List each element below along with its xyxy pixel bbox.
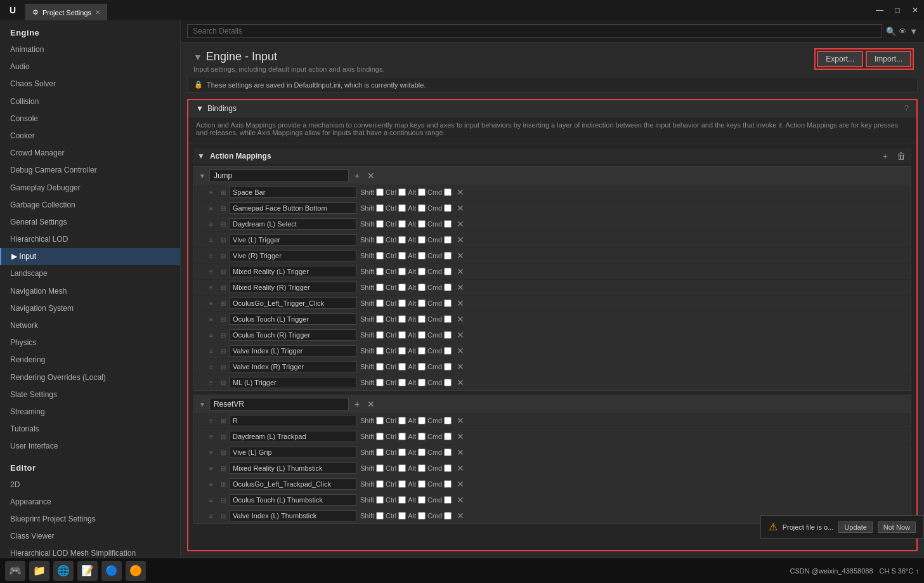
delete-row-button[interactable]: ✕ — [455, 298, 465, 308]
shift-checkbox[interactable] — [376, 331, 384, 339]
drag-handle[interactable]: ≡ — [209, 433, 217, 440]
ctrl-checkbox[interactable] — [398, 496, 406, 504]
cmd-checkbox[interactable] — [444, 433, 452, 440]
cmd-checkbox[interactable] — [444, 299, 452, 307]
ctrl-checkbox[interactable] — [398, 379, 406, 386]
key-select-oculus-l-trigger[interactable]: Oculus Touch (L) Trigger — [230, 313, 356, 325]
delete-resetvr-group-button[interactable]: ✕ — [365, 399, 377, 409]
key-select-oculusgo-trigger[interactable]: OculusGo_Left_Trigger_Click — [230, 298, 356, 309]
drag-handle[interactable]: ≡ — [209, 379, 217, 386]
shift-checkbox[interactable] — [376, 496, 384, 504]
shift-checkbox[interactable] — [376, 480, 384, 488]
taskbar-icon-app1[interactable]: 📝 — [77, 561, 98, 581]
drag-handle[interactable]: ≡ — [209, 252, 217, 259]
project-settings-tab[interactable]: ⚙ Project Settings ✕ — [25, 4, 107, 20]
taskbar-icon-file[interactable]: 📁 — [29, 561, 49, 581]
alt-checkbox[interactable] — [418, 315, 426, 323]
alt-checkbox[interactable] — [418, 363, 426, 370]
cmd-checkbox[interactable] — [444, 464, 452, 472]
delete-row-button[interactable]: ✕ — [455, 203, 465, 213]
cmd-checkbox[interactable] — [444, 188, 452, 196]
ctrl-checkbox[interactable] — [398, 449, 406, 456]
ctrl-checkbox[interactable] — [398, 204, 406, 212]
key-select-mr-thumbstick[interactable]: Mixed Reality (L) Thumbstick — [230, 462, 356, 474]
sidebar-item-gameplay-debugger[interactable]: Gameplay Debugger — [0, 180, 180, 197]
ctrl-checkbox[interactable] — [398, 363, 406, 370]
cmd-checkbox[interactable] — [444, 379, 452, 386]
delete-row-button[interactable]: ✕ — [455, 511, 465, 521]
sidebar-item-tutorials[interactable]: Tutorials — [0, 421, 180, 438]
alt-checkbox[interactable] — [418, 299, 426, 307]
delete-action-mapping-button[interactable]: 🗑 — [895, 151, 908, 161]
delete-row-button[interactable]: ✕ — [455, 346, 465, 356]
key-select-daydream-trackpad[interactable]: Daydream (L) Trackpad — [230, 431, 356, 442]
shift-checkbox[interactable] — [376, 252, 384, 259]
sidebar-item-audio[interactable]: Audio — [0, 58, 180, 75]
sidebar-item-hierarchical-lod[interactable]: Hierarchical LOD — [0, 231, 180, 248]
add-resetvr-row-button[interactable]: + — [353, 399, 361, 409]
delete-row-button[interactable]: ✕ — [455, 447, 465, 457]
ctrl-checkbox[interactable] — [398, 315, 406, 323]
taskbar-icon-app3[interactable]: 🟠 — [126, 561, 146, 581]
alt-checkbox[interactable] — [418, 449, 426, 456]
sidebar-item-blueprint-project-settings[interactable]: Blueprint Project Settings — [0, 511, 180, 528]
alt-checkbox[interactable] — [418, 433, 426, 440]
delete-row-button[interactable]: ✕ — [455, 314, 465, 324]
sidebar-item-garbage-collection[interactable]: Garbage Collection — [0, 197, 180, 214]
key-select-ml-l-trigger[interactable]: ML (L) Trigger — [230, 377, 356, 388]
alt-checkbox[interactable] — [418, 252, 426, 259]
delete-row-button[interactable]: ✕ — [455, 187, 465, 197]
drag-handle[interactable]: ≡ — [209, 332, 217, 339]
key-select-vive-grip[interactable]: Vive (L) Grip — [230, 447, 356, 458]
key-select-valve-l-trigger[interactable]: Valve Index (L) Trigger — [230, 345, 356, 357]
cmd-checkbox[interactable] — [444, 331, 452, 339]
shift-checkbox[interactable] — [376, 204, 384, 212]
key-select-valve-l-thumbstick[interactable]: Valve Index (L) Thumbstick — [230, 510, 356, 521]
minimize-button[interactable]: — — [871, 1, 888, 19]
key-select-oculusgo-trackpad[interactable]: OculusGo_Left_Trackpad_Click — [230, 478, 356, 490]
shift-checkbox[interactable] — [376, 433, 384, 440]
sidebar-item-2d[interactable]: 2D — [0, 476, 180, 494]
ctrl-checkbox[interactable] — [398, 417, 406, 424]
alt-checkbox[interactable] — [418, 188, 426, 196]
ctrl-checkbox[interactable] — [398, 512, 406, 520]
ctrl-checkbox[interactable] — [398, 347, 406, 355]
shift-checkbox[interactable] — [376, 236, 384, 244]
shift-checkbox[interactable] — [376, 299, 384, 307]
cmd-checkbox[interactable] — [444, 417, 452, 424]
key-select-r[interactable]: R — [230, 415, 356, 426]
ctrl-checkbox[interactable] — [398, 188, 406, 196]
cmd-checkbox[interactable] — [444, 347, 452, 355]
sidebar-item-slate-settings[interactable]: Slate Settings — [0, 386, 180, 403]
delete-row-button[interactable]: ✕ — [455, 463, 465, 473]
alt-checkbox[interactable] — [418, 236, 426, 244]
drag-handle[interactable]: ≡ — [209, 364, 217, 370]
ctrl-checkbox[interactable] — [398, 284, 406, 291]
drag-handle[interactable]: ≡ — [209, 205, 217, 212]
sidebar-item-hierarchical-lod-mesh[interactable]: Hierarchical LOD Mesh Simplification — [0, 545, 180, 558]
sidebar-item-streaming[interactable]: Streaming — [0, 403, 180, 421]
key-select-gamepad[interactable]: Gamepad Face Button Bottom — [230, 202, 356, 214]
shift-checkbox[interactable] — [376, 268, 384, 275]
delete-row-button[interactable]: ✕ — [455, 251, 465, 261]
search-icon-button[interactable]: 🔍 — [886, 27, 896, 36]
update-button[interactable]: Update — [838, 521, 872, 533]
cmd-checkbox[interactable] — [444, 204, 452, 212]
alt-checkbox[interactable] — [418, 480, 426, 488]
sidebar-item-collision[interactable]: Collision — [0, 93, 180, 110]
ctrl-checkbox[interactable] — [398, 268, 406, 275]
cmd-checkbox[interactable] — [444, 284, 452, 291]
ctrl-checkbox[interactable] — [398, 464, 406, 472]
drag-handle[interactable]: ≡ — [209, 481, 217, 488]
shift-checkbox[interactable] — [376, 347, 384, 355]
ctrl-checkbox[interactable] — [398, 236, 406, 244]
key-select-space-bar[interactable]: Space Bar — [230, 187, 356, 198]
drag-handle[interactable]: ≡ — [209, 465, 217, 472]
add-action-mapping-button[interactable]: + — [881, 151, 890, 161]
shift-checkbox[interactable] — [376, 464, 384, 472]
sidebar-item-physics[interactable]: Physics — [0, 334, 180, 351]
delete-row-button[interactable]: ✕ — [455, 330, 465, 340]
alt-checkbox[interactable] — [418, 496, 426, 504]
tab-close-button[interactable]: ✕ — [95, 9, 100, 16]
cmd-checkbox[interactable] — [444, 496, 452, 504]
